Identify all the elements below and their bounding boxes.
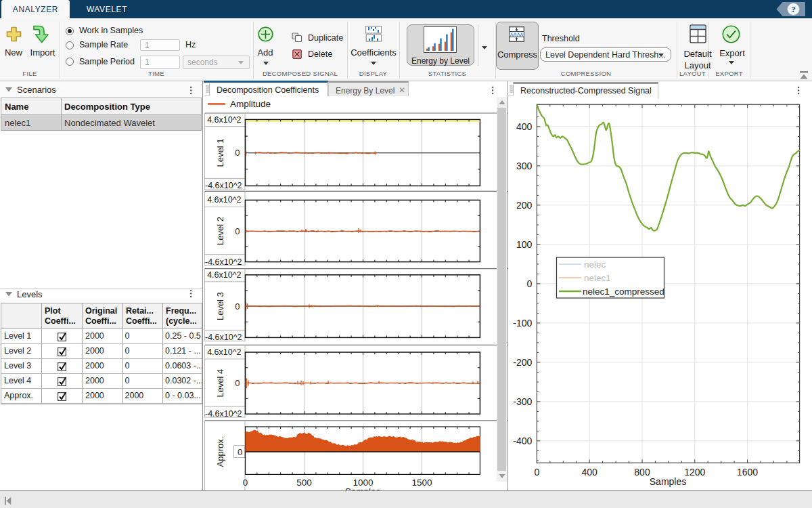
svg-text:4.6x10^2: 4.6x10^2 [207,347,241,357]
svg-text:4.6x10^2: 4.6x10^2 [207,115,241,125]
svg-text:Level 4: Level 4 [215,369,225,398]
svg-text:0: 0 [238,447,242,457]
svg-text:nelec1: nelec1 [584,273,611,283]
svg-text:0: 0 [235,378,240,388]
svg-text:500: 500 [296,478,312,488]
svg-text:-200: -200 [513,357,532,368]
svg-text:0: 0 [535,467,540,478]
svg-text:-4.6x10^2: -4.6x10^2 [205,181,242,190]
svg-text:Approx.: Approx. [215,437,225,467]
svg-text:Amplitude: Amplitude [230,99,271,109]
svg-text:300: 300 [516,161,533,171]
svg-text:200: 200 [516,200,533,211]
svg-text:nelec1_compressed: nelec1_compressed [583,287,664,297]
svg-text:-4.6x10^2: -4.6x10^2 [205,333,242,342]
svg-text:-400: -400 [513,436,532,446]
svg-text:?: ? [791,4,796,14]
svg-text:1200: 1200 [684,467,705,478]
svg-text:-300: -300 [513,396,532,407]
svg-text:Level 3: Level 3 [215,292,225,320]
svg-text:0: 0 [235,301,240,312]
svg-text:-4.6x10^2: -4.6x10^2 [205,257,242,267]
svg-text:0: 0 [235,148,240,158]
svg-text:-4.6x10^2: -4.6x10^2 [205,409,242,419]
svg-text:400: 400 [516,121,533,132]
svg-text:0: 0 [527,278,533,289]
svg-text:nelec: nelec [584,259,606,270]
svg-text:1600: 1600 [737,467,758,478]
svg-text:Samples: Samples [650,476,686,487]
svg-text:400: 400 [582,467,598,478]
svg-text:1500: 1500 [411,478,432,488]
svg-text:4.6x10^2: 4.6x10^2 [207,195,241,205]
svg-text:Level 2: Level 2 [215,217,225,245]
svg-text:4.6x10^2: 4.6x10^2 [207,270,241,280]
svg-text:800: 800 [634,467,650,478]
svg-text:Level 1: Level 1 [215,138,225,167]
svg-text:0: 0 [243,478,248,488]
svg-text:0: 0 [235,226,240,236]
svg-text:100: 100 [516,239,533,250]
svg-text:-100: -100 [513,318,532,329]
